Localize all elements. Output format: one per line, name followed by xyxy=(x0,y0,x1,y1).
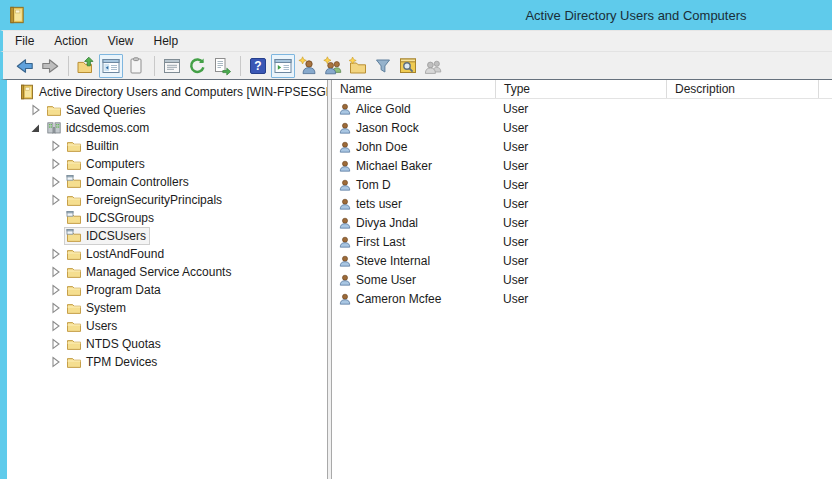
toolbar-button-add-to-group[interactable] xyxy=(421,54,445,78)
menu-view[interactable]: View xyxy=(98,31,144,51)
toolbar-button-show-action-pane[interactable] xyxy=(271,54,295,78)
tree-item-label: idcsdemos.com xyxy=(65,121,149,135)
type-cell: User xyxy=(496,213,667,232)
tree-item-active-directory-users-and-computers-win[interactable]: Active Directory Users and Computers [WI… xyxy=(7,83,327,101)
tree-item-users[interactable]: Users xyxy=(7,317,327,335)
expander-collapsed-icon[interactable] xyxy=(47,282,64,298)
list-row-steve-internal[interactable]: Steve Internal User xyxy=(332,251,832,270)
expander-expanded-icon[interactable] xyxy=(27,120,44,136)
expander-collapsed-icon[interactable] xyxy=(47,156,64,172)
new-ou-icon xyxy=(348,56,368,76)
list-row-alice-gold[interactable]: Alice Gold User xyxy=(332,99,832,118)
tree-item-label: LostAndFound xyxy=(85,247,164,261)
list-row-tets-user[interactable]: tets user User xyxy=(332,194,832,213)
user-icon xyxy=(338,273,352,287)
folder-icon xyxy=(66,318,82,334)
list-row-divya-jndal[interactable]: Divya Jndal User xyxy=(332,213,832,232)
list-row-cameron-mcfee[interactable]: Cameron Mcfee User xyxy=(332,289,832,308)
column-header-description[interactable]: Description xyxy=(667,80,819,98)
tree-item-lostandfound[interactable]: LostAndFound xyxy=(7,245,327,263)
expander-collapsed-icon[interactable] xyxy=(47,138,64,154)
toolbar-button-help[interactable]: ? xyxy=(246,54,270,78)
expander-collapsed-icon[interactable] xyxy=(47,318,64,334)
expander-collapsed-icon[interactable] xyxy=(47,174,64,190)
toolbar-button-up-one-level[interactable] xyxy=(74,54,98,78)
tree-indent xyxy=(7,290,47,291)
tree-item-domain-controllers[interactable]: Domain Controllers xyxy=(7,173,327,191)
type-cell: User xyxy=(496,194,667,213)
tree-item-label: IDCSGroups xyxy=(85,211,154,225)
tree-item-managed-service-accounts[interactable]: Managed Service Accounts xyxy=(7,263,327,281)
column-header-name[interactable]: Name xyxy=(332,80,496,98)
expander-collapsed-icon[interactable] xyxy=(47,192,64,208)
toolbar-button-back[interactable] xyxy=(13,54,37,78)
expander-collapsed-icon[interactable] xyxy=(27,102,44,118)
menu-action[interactable]: Action xyxy=(44,31,97,51)
toolbar-separator xyxy=(240,56,241,76)
tree-item-body: System xyxy=(64,299,130,317)
toolbar-button-find[interactable] xyxy=(396,54,420,78)
tree-item-saved-queries[interactable]: Saved Queries xyxy=(7,101,327,119)
list-row-jason-rock[interactable]: Jason Rock User xyxy=(332,118,832,137)
toolbar-button-new-user[interactable] xyxy=(296,54,320,78)
toolbar: ? xyxy=(0,52,832,79)
toolbar-button-forward[interactable] xyxy=(38,54,62,78)
tree-item-ntds-quotas[interactable]: NTDS Quotas xyxy=(7,335,327,353)
console-tree-pane: Active Directory Users and Computers [WI… xyxy=(7,80,327,479)
tree-item-idcsusers[interactable]: IDCSUsers xyxy=(7,227,327,245)
toolbar-button-clipboard[interactable] xyxy=(124,54,148,78)
description-cell xyxy=(667,175,832,194)
menu-label: View xyxy=(108,34,134,48)
toolbar-button-new-ou[interactable] xyxy=(346,54,370,78)
toolbar-button-new-group[interactable] xyxy=(321,54,345,78)
tree-indent xyxy=(7,326,47,327)
tree-item-body: Program Data xyxy=(64,281,165,299)
titlebar[interactable]: Active Directory Users and Computers xyxy=(0,0,832,30)
toolbar-button-properties[interactable] xyxy=(160,54,184,78)
list-row-john-doe[interactable]: John Doe User xyxy=(332,137,832,156)
list-row-some-user[interactable]: Some User User xyxy=(332,270,832,289)
tree-item-builtin[interactable]: Builtin xyxy=(7,137,327,155)
menubar: FileActionViewHelp xyxy=(0,30,832,52)
description-cell xyxy=(667,213,832,232)
tree-item-foreignsecurityprincipals[interactable]: ForeignSecurityPrincipals xyxy=(7,191,327,209)
expander-collapsed-icon[interactable] xyxy=(47,300,64,316)
new-user-icon xyxy=(298,56,318,76)
tree-item-idcsgroups[interactable]: IDCSGroups xyxy=(7,209,327,227)
expander-collapsed-icon[interactable] xyxy=(47,264,64,280)
tree-item-label: ForeignSecurityPrincipals xyxy=(85,193,222,207)
menu-help[interactable]: Help xyxy=(144,31,189,51)
filter-icon xyxy=(373,56,393,76)
list-row-first-last[interactable]: First Last User xyxy=(332,232,832,251)
toolbar-button-refresh[interactable] xyxy=(185,54,209,78)
expander-collapsed-icon[interactable] xyxy=(47,336,64,352)
tree-item-body: Domain Controllers xyxy=(64,173,193,191)
tree-item-body: Saved Queries xyxy=(44,101,149,119)
up-one-level-icon xyxy=(76,56,96,76)
tree-item-program-data[interactable]: Program Data xyxy=(7,281,327,299)
toolbar-button-show-console-tree[interactable] xyxy=(99,54,123,78)
row-name: John Doe xyxy=(356,140,407,154)
toolbar-button-export-list[interactable] xyxy=(210,54,234,78)
expander-collapsed-icon[interactable] xyxy=(47,354,64,370)
column-header-type[interactable]: Type xyxy=(496,80,667,98)
domain-icon xyxy=(46,120,62,136)
window-title: Active Directory Users and Computers xyxy=(440,8,832,23)
tree-item-computers[interactable]: Computers xyxy=(7,155,327,173)
tree-item-system[interactable]: System xyxy=(7,299,327,317)
tree-item-tpm-devices[interactable]: TPM Devices xyxy=(7,353,327,371)
object-list-pane: NameTypeDescription Alice Gold User Jaso… xyxy=(332,80,832,479)
mmc-console-icon[interactable] xyxy=(8,6,26,24)
tree-item-idcsdemos-com[interactable]: idcsdemos.com xyxy=(7,119,327,137)
list-row-tom-d[interactable]: Tom D User xyxy=(332,175,832,194)
toolbar-separator xyxy=(68,56,69,76)
toolbar-button-filter[interactable] xyxy=(371,54,395,78)
menu-file[interactable]: File xyxy=(5,31,44,51)
expander-collapsed-icon[interactable] xyxy=(47,246,64,262)
console-content: Active Directory Users and Computers [WI… xyxy=(0,79,832,479)
type-cell: User xyxy=(496,175,667,194)
svg-text:?: ? xyxy=(254,59,261,73)
row-name: Cameron Mcfee xyxy=(356,292,441,306)
folder-icon xyxy=(66,192,82,208)
list-row-michael-baker[interactable]: Michael Baker User xyxy=(332,156,832,175)
